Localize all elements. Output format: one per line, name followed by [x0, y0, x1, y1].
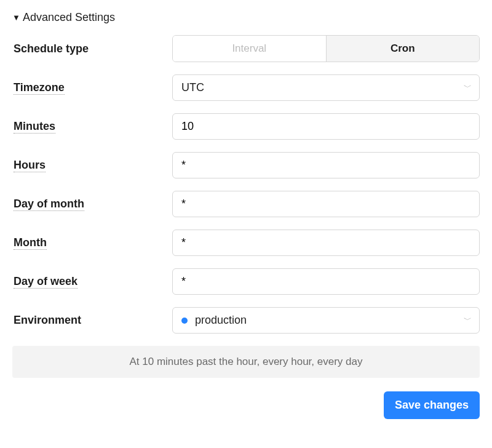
day-of-week-label: Day of week [12, 275, 172, 288]
chevron-down-icon: ﹀ [464, 314, 472, 326]
cron-summary: At 10 minutes past the hour, every hour,… [12, 346, 480, 378]
caret-down-icon: ▼ [12, 13, 20, 22]
day-of-month-input[interactable] [172, 191, 480, 217]
minutes-label: Minutes [12, 120, 172, 133]
timezone-select[interactable]: UTC ﹀ [172, 74, 480, 101]
chevron-down-icon: ﹀ [464, 82, 472, 93]
timezone-label: Timezone [12, 81, 172, 94]
schedule-type-option-cron[interactable]: Cron [326, 36, 480, 62]
advanced-settings-toggle[interactable]: ▼ Advanced Settings [12, 11, 480, 24]
environment-value: production [195, 314, 247, 327]
month-input[interactable] [172, 230, 480, 256]
environment-select[interactable]: production ﹀ [172, 307, 480, 334]
environment-status-dot [181, 318, 188, 324]
schedule-type-segmented: Interval Cron [172, 35, 480, 62]
day-of-week-input[interactable] [172, 268, 480, 295]
schedule-type-option-interval[interactable]: Interval [173, 36, 326, 62]
save-changes-button[interactable]: Save changes [384, 391, 480, 419]
minutes-input[interactable] [172, 113, 480, 140]
environment-label: Environment [12, 314, 172, 327]
month-label: Month [12, 236, 172, 249]
timezone-value: UTC [181, 81, 204, 94]
hours-label: Hours [12, 159, 172, 172]
schedule-type-label: Schedule type [12, 42, 172, 55]
hours-input[interactable] [172, 152, 480, 178]
section-title: Advanced Settings [23, 11, 115, 24]
day-of-month-label: Day of month [12, 198, 172, 210]
